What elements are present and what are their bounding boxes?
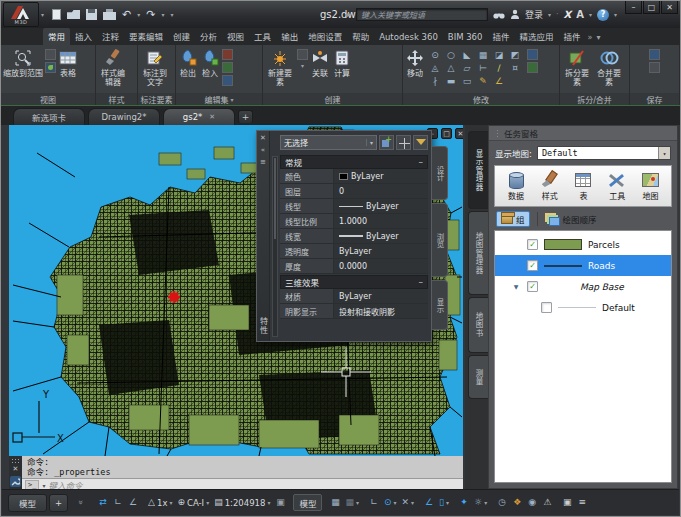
layer-row-roads[interactable]: ✓Roads [495, 255, 671, 276]
view-tool-icon[interactable] [45, 49, 56, 60]
modify-tool-icon-9[interactable]: ▱ [459, 61, 475, 74]
modify-tool-icon-11[interactable]: ∕ [491, 61, 507, 74]
ribbon-tab-13[interactable]: BIM 360 [443, 30, 488, 45]
modify-tool-icon-17[interactable]: ∠ [491, 74, 507, 87]
taskpane-tab-1[interactable]: 显示管理器 [468, 131, 488, 209]
leaf-tool-icon[interactable] [45, 62, 56, 73]
check-out-button[interactable]: 检出 [178, 47, 198, 78]
layer-visibility-checkbox[interactable]: ✓ [527, 239, 538, 250]
palette-row[interactable]: 阴影显示投射和接收阴影 [280, 304, 428, 319]
style-editor-button[interactable]: 样式编辑器 [98, 47, 128, 87]
layout-overflow-icon[interactable]: » [76, 500, 85, 505]
snap-to-feature-toggle[interactable]: ⇄ [96, 494, 110, 511]
palette-row[interactable]: 线型比例1.0000 [280, 214, 428, 229]
ribbon-tab-12[interactable]: Autodesk 360 [374, 30, 443, 45]
collapse-icon[interactable]: – [419, 157, 424, 167]
toolbar-button-tools[interactable]: 工具 [607, 171, 627, 201]
palette-row[interactable]: 线型ByLayer [280, 199, 428, 214]
create-tool-icon[interactable] [297, 49, 308, 60]
modify-tool-icon-12[interactable]: ¤ [507, 61, 523, 74]
ribbon-tab-1[interactable]: 常用 [43, 28, 70, 45]
save-tool-icon[interactable] [649, 49, 660, 60]
layer-row-parcels[interactable]: ✓Parcels [495, 234, 671, 255]
palette-row[interactable]: 颜色ByLayer [280, 169, 428, 184]
associate-button[interactable]: 关联 [310, 47, 330, 78]
minimize-button[interactable]: – [625, 1, 642, 14]
qat-customize-icon[interactable]: ▾ [170, 11, 173, 18]
annotation-monitor-toggle[interactable]: ✦ [457, 494, 471, 511]
toolbar-button-database[interactable]: 数据 [506, 171, 526, 201]
dynamic-input-toggle[interactable]: ▯▾ [437, 494, 451, 511]
modify-tool-icon-3[interactable]: ◣ [459, 48, 475, 61]
edit-set-panel-label[interactable]: 编辑集▾ [176, 93, 262, 105]
ribbon-tab-8[interactable]: 工具 [249, 28, 276, 45]
sign-in-button[interactable]: 登录 [525, 8, 543, 21]
exchange-apps-icon[interactable]: X [564, 9, 572, 20]
palette-menu-icon[interactable]: ≡ [260, 158, 266, 166]
ribbon-minimize-icon[interactable]: ▾ [596, 33, 600, 42]
modify-tool-icon-14[interactable]: ▬ [443, 74, 459, 87]
modify-tool-icon[interactable] [527, 49, 538, 60]
display-map-dropdown[interactable]: Default ▾ [537, 146, 671, 160]
ribbon-tab-10[interactable]: 地图设置 [303, 28, 347, 45]
file-tab-2[interactable]: Drawing2* [88, 108, 160, 125]
save-panel-label[interactable]: 保存 [630, 93, 679, 105]
palette-side-tab-1[interactable]: 设计 [432, 146, 448, 200]
ortho-mode-toggle[interactable]: ∟ [367, 494, 381, 511]
undo-icon[interactable]: ↶ [122, 9, 131, 20]
taskpane-tab-3[interactable]: 地图书 [468, 297, 488, 353]
edit-set-tool-icon[interactable] [222, 49, 233, 60]
user-icon[interactable] [510, 9, 520, 20]
table-button[interactable]: 表格 [58, 47, 78, 78]
toggle-pickadd-icon[interactable] [379, 135, 394, 150]
toolbar-button-table[interactable]: 表 [573, 171, 593, 201]
command-customize-icon[interactable] [10, 476, 21, 487]
save-tool-icon[interactable] [649, 62, 660, 73]
zoom-extents-button[interactable]: 缩放到范围 [3, 47, 43, 78]
expander-icon[interactable]: ▼ [511, 283, 521, 290]
help-dropdown-icon[interactable]: ▾ [614, 11, 617, 18]
ribbon-tab-11[interactable]: 帮助 [347, 28, 374, 45]
ribbon-tab-5[interactable]: 创建 [168, 28, 195, 45]
selection-dropdown[interactable]: 无选择 ▾ [280, 135, 377, 150]
collapse-icon[interactable]: – [419, 277, 424, 287]
palette-title-strip[interactable]: ✕ « ≡ 特性 [257, 131, 270, 341]
scrollbar-thumb[interactable] [274, 158, 276, 239]
redo-dropdown-icon[interactable]: ▾ [161, 11, 164, 18]
dropdown-arrow-icon[interactable]: ▾ [169, 499, 172, 506]
dropdown-arrow-icon[interactable]: ▾ [411, 499, 414, 506]
save-file-icon[interactable] [86, 9, 97, 20]
palette-close-icon[interactable]: ✕ [260, 134, 266, 142]
ribbon-tab-7[interactable]: 视图 [222, 28, 249, 45]
calculate-button[interactable]: 计算 [332, 47, 352, 78]
redo-icon[interactable]: ↷ [146, 9, 155, 20]
ribbon-tab-2[interactable]: 插入 [70, 28, 97, 45]
ribbon-tab-15[interactable]: 精选应用 [514, 28, 558, 45]
map-scale[interactable]: ▤1:204918▾ [212, 494, 272, 511]
modify-tool-icon-7[interactable]: ◬ [427, 61, 443, 74]
ribbon-tab-4[interactable]: 要素编辑 [124, 28, 168, 45]
application-menu-button[interactable]: M3D [3, 2, 39, 27]
split-feature-button[interactable]: 拆分要素 [562, 47, 592, 87]
close-button[interactable]: ✕ [661, 1, 678, 14]
print-icon[interactable] [103, 12, 116, 20]
modify-tool-icon-2[interactable]: ○ [443, 48, 459, 61]
modify-tool-icon[interactable] [527, 62, 538, 73]
sign-in-dropdown-icon[interactable]: ▾ [548, 11, 551, 18]
ribbon-overflow-icon[interactable]: » [587, 33, 592, 42]
modify-tool-icon-8[interactable]: △ [443, 61, 459, 74]
customization-menu[interactable]: ≡ [575, 494, 589, 511]
modify-tool-icon-15[interactable]: ▭ [459, 74, 475, 87]
snap-angle-toggle[interactable]: ∠ [422, 494, 436, 511]
autodesk360-icon[interactable]: A [576, 9, 584, 20]
layer-visibility-checkbox[interactable]: ✓ [527, 260, 538, 271]
palette-row[interactable]: 透明度ByLayer [280, 244, 428, 259]
edit-set-tool-icon[interactable] [222, 62, 233, 73]
help-icon[interactable]: ? [597, 9, 609, 21]
polar-tracking-toggle[interactable]: ⊙▾ [382, 494, 399, 511]
warning-indicator[interactable]: ⚠ [540, 494, 554, 511]
new-layout-button[interactable]: + [49, 494, 68, 512]
new-tab-button[interactable]: + [238, 110, 253, 123]
palette-row[interactable]: 线宽ByLayer [280, 229, 428, 244]
modify-tool-icon-4[interactable]: ▦ [475, 48, 491, 61]
